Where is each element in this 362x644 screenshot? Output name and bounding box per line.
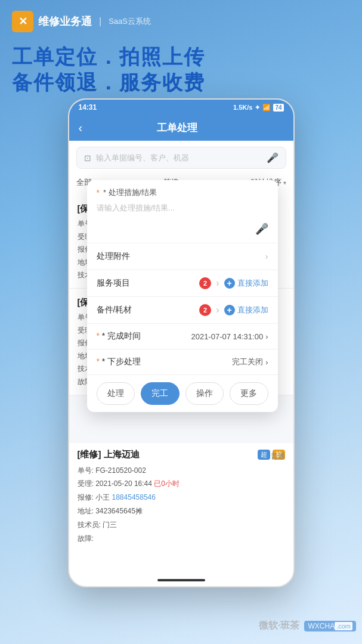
measures-textarea[interactable]: 请输入处理措施/结果... 🎤 [97,203,268,236]
service-chevron: › [216,278,219,289]
next-step-value: 完工关闭 [232,357,263,367]
status-bar: 14:31 1.5K/s ✦ 📶 74 [69,100,293,115]
brand-bar: ✕ 维修业务通 | SaaS云系统 [0,0,362,38]
attachment-label: 处理附件 [97,251,130,262]
status-time: 14:31 [79,103,97,112]
add-circle-icon: + [224,278,235,289]
time-chevron: › [265,332,268,341]
brand-subtitle: SaaS云系统 [109,16,151,27]
parts-row[interactable]: 备件/耗材 2 › + 直接添加 [87,297,278,324]
process-button[interactable]: 处理 [97,382,135,405]
repair-phone[interactable]: 18845458546 [112,493,156,501]
attachment-chevron: › [265,252,268,261]
home-indicator [157,579,205,581]
overlay-card: * * 处理措施/结果 请输入处理措施/结果... 🎤 处理附件 › 服务项目 … [87,180,278,412]
search-input[interactable]: 输入单据编号、客户、机器 [96,153,262,163]
measures-required-star: * [97,188,100,197]
measures-section: * * 处理措施/结果 请输入处理措施/结果... 🎤 [87,180,278,243]
brand-logo: ✕ [12,11,33,32]
overdue-badge: 已0小时 [154,479,180,488]
measures-placeholder: 请输入处理措施/结果... [97,203,175,212]
next-step-row[interactable]: * * 下步处理 完工关闭 › [87,349,278,375]
bluetooth-icon: ✦ [255,104,260,112]
repair-card-title: [维修] 上海迈迪 [78,449,140,460]
brand-divider: | [99,16,101,27]
parts-count: 2 [199,304,211,316]
network-icon: 📶 [262,104,271,112]
repair-address: 地址: 3423645645摊 [78,504,285,518]
operate-button[interactable]: 操作 [185,382,224,405]
service-add-btn[interactable]: + 直接添加 [224,278,268,289]
repair-tech: 技术员: 门三 [78,518,285,532]
nav-bar: ‹ 工单处理 [69,115,293,141]
next-chevron: › [265,358,268,367]
service-label: 服务项目 [97,278,130,289]
complete-time-row[interactable]: * * 完成时间 2021-07-07 14:31:00 › [87,324,278,349]
parts-chevron: › [216,305,219,315]
scan-icon: ⊡ [84,153,91,163]
mic-icon[interactable]: 🎤 [267,152,279,163]
service-add-label: 直接添加 [237,278,268,289]
status-speed: 1.5K/s [233,104,252,111]
repair-receive: 受理: 2021-05-20 16:44 已0小时 [78,477,285,491]
complete-button[interactable]: 完工 [141,382,180,405]
badge-super: 超 [258,450,270,460]
phone-mockup: 14:31 1.5K/s ✦ 📶 74 ‹ 工单处理 ⊡ 输入单据编号、客户、机… [68,98,295,587]
watermark-text: 微软·班茶 [259,620,299,632]
watermark: 微软·班茶 WXCHA.com [259,620,356,632]
complete-time-label: * 完成时间 [102,331,141,340]
hero-line1: 工单定位．拍照上传 [12,44,350,70]
parts-label: 备件/耗材 [97,305,132,315]
measures-label: * 处理措施/结果 [103,187,157,198]
hero-line2: 备件领退．服务收费 [12,70,350,95]
priority-tag: 普通 [271,451,285,462]
time-required-star: * [97,331,100,340]
nav-title: 工单处理 [89,121,264,135]
mic-icon-overlay[interactable]: 🎤 [255,222,268,236]
repair-order-no: 单号: FG-210520-002 [78,464,285,478]
brand-name: 维修业务通 [38,14,92,29]
watermark-site: WXCHA.com [304,621,356,631]
back-button[interactable]: ‹ [79,121,83,135]
battery-icon: 74 [273,104,283,112]
dropdown-arrow3: ▾ [283,179,286,186]
service-row[interactable]: 服务项目 2 › + 直接添加 [87,270,278,297]
hero-section: 工单定位．拍照上传 备件领退．服务收费 [0,38,362,107]
repair-card[interactable]: [维修] 上海迈迪 超 胶 普通 单号: FG-210520-002 受理: 2… [69,443,293,552]
next-required-star: * [97,357,100,366]
more-button[interactable]: 更多 [230,382,268,405]
repair-fault: 故障: [78,532,285,546]
action-row: 处理 完工 操作 更多 [87,375,278,412]
attachment-row[interactable]: 处理附件 › [87,243,278,270]
parts-add-btn[interactable]: + 直接添加 [224,305,268,315]
search-bar[interactable]: ⊡ 输入单据编号、客户、机器 🎤 [76,147,286,169]
next-step-label: * 下步处理 [102,357,141,366]
parts-add-label: 直接添加 [237,305,268,315]
parts-add-circle-icon: + [224,305,235,315]
complete-time-value: 2021-07-07 14:31:00 [191,332,263,341]
repair-person: 报修: 小王 18845458546 [78,491,285,504]
service-count: 2 [199,277,211,289]
